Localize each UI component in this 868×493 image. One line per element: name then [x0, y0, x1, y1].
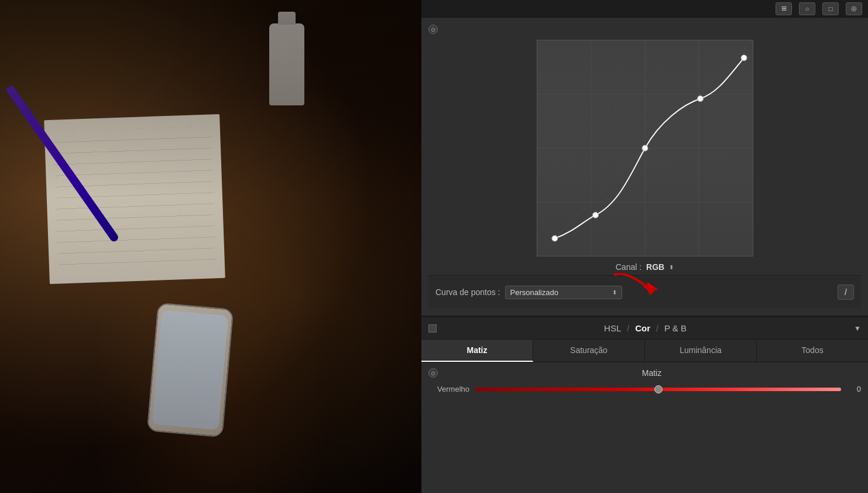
curves-section-header: ⊙ — [428, 25, 861, 34]
curva-row: Curva de pontos : Personalizado ⬍ / — [428, 275, 861, 309]
curve-edit-icon: / — [845, 287, 847, 297]
tab-cor[interactable]: Cor — [632, 322, 654, 334]
hsl-section: HSL / Cor / P & B ▼ Matiz Saturação Lumi… — [421, 316, 868, 403]
slider-row-vermelho: Vermelho 0 — [428, 385, 861, 393]
sub-tab-todos[interactable]: Todos — [757, 340, 868, 362]
toolbar-circle2-icon[interactable]: ◎ — [846, 2, 862, 15]
toolbar-circle-icon[interactable]: ○ — [799, 2, 815, 15]
toolbar-area: ⊞ ○ □ ◎ — [421, 0, 868, 18]
sub-tabs: Matiz Saturação Luminância Todos — [421, 340, 868, 362]
hsl-header: HSL / Cor / P & B ▼ — [421, 317, 868, 340]
curva-dropdown[interactable]: Personalizado ⬍ — [505, 286, 622, 299]
slider-track-vermelho[interactable] — [475, 388, 841, 391]
toolbar-square-icon[interactable]: □ — [822, 2, 839, 15]
hsl-separator-1: / — [627, 324, 629, 333]
curve-edit-button[interactable]: / — [838, 285, 854, 300]
curve-container[interactable] — [537, 40, 753, 256]
curves-section: ⊙ — [421, 18, 868, 316]
matiz-header: ⊙ Matiz — [428, 368, 861, 378]
matiz-toggle[interactable]: ⊙ — [428, 368, 438, 378]
red-annotation-arrow — [609, 269, 680, 304]
tab-pb[interactable]: P & B — [661, 322, 690, 334]
slider-value-vermelho: 0 — [847, 385, 861, 393]
toolbar-grid-icon[interactable]: ⊞ — [776, 2, 792, 15]
slider-label-vermelho: Vermelho — [428, 385, 469, 393]
matiz-title: Matiz — [442, 368, 861, 378]
right-panel: ⊞ ○ □ ◎ ⊙ — [421, 0, 868, 493]
curva-label: Curva de pontos : — [435, 287, 500, 297]
hsl-separator-2: / — [656, 324, 658, 333]
tab-hsl[interactable]: HSL — [601, 322, 625, 334]
sub-tab-luminancia[interactable]: Luminância — [645, 340, 757, 362]
curva-value: Personalizado — [510, 288, 558, 297]
photo-panel — [0, 0, 421, 493]
bottle — [269, 23, 304, 105]
curves-toggle[interactable]: ⊙ — [428, 25, 438, 34]
sub-tab-matiz[interactable]: Matiz — [421, 340, 533, 362]
svg-rect-13 — [537, 40, 753, 256]
phone — [147, 303, 234, 437]
photo-canvas — [0, 0, 421, 493]
hsl-tabs: HSL / Cor / P & B — [440, 322, 850, 334]
hsl-collapse-icon[interactable]: ▼ — [854, 324, 861, 333]
paper-writing — [44, 114, 225, 284]
matiz-section: ⊙ Matiz Vermelho 0 — [421, 362, 868, 403]
phone-screen — [152, 310, 229, 430]
slider-thumb-vermelho[interactable] — [654, 385, 663, 393]
sub-tab-saturacao[interactable]: Saturação — [533, 340, 645, 362]
curve-svg — [537, 40, 753, 256]
hsl-square-icon[interactable] — [428, 324, 437, 333]
